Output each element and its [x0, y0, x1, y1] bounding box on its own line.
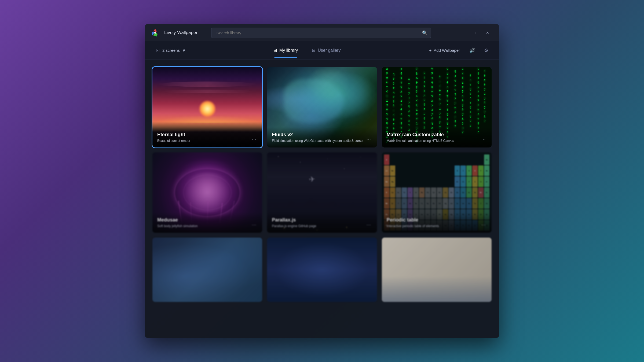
- card-desc: Fluid simulation using WebGL reacts with…: [272, 139, 372, 143]
- maximize-button[interactable]: □: [468, 28, 480, 38]
- close-button[interactable]: ✕: [481, 28, 494, 38]
- card-desc: Soft body jellyfish simulation: [157, 224, 257, 228]
- search-input[interactable]: [211, 28, 431, 38]
- wallpaper-card-parallax-js[interactable]: ✈ Parallax.js Parallax.js engine GitHub …: [267, 152, 377, 233]
- card-thumbnail: [267, 238, 377, 302]
- screens-label: 2 screens: [162, 48, 180, 53]
- card-info: Matrix rain Customizable Matrix like rai…: [382, 127, 492, 147]
- tab-bar: ⊞ My library ⊟ User gallery: [266, 45, 348, 56]
- aircraft-icon: ✈: [308, 175, 315, 184]
- tab-user-gallery[interactable]: ⊟ User gallery: [305, 45, 347, 56]
- add-wallpaper-button[interactable]: + Add Wallpaper: [425, 46, 464, 55]
- card-info: Medusae Soft body jellyfish simulation: [152, 212, 262, 233]
- gear-icon: ⚙: [484, 47, 488, 53]
- titlebar: Lively Wallpaper 🔍 ─ □ ✕: [145, 24, 499, 41]
- card-menu-button[interactable]: ···: [364, 221, 373, 228]
- card-desc: Parallax.js engine GitHub page: [272, 224, 372, 228]
- wallpaper-card-matrix-rain[interactable]: ﾊﾃｻｹﾆｲﾓｴﾔｦﾕﾗﾘｸﾜﾑｼ ｺｱﾁｾﾊﾃｻｹﾆｲﾓｴﾔｦﾕ ﾕﾗﾘｸﾜﾑ…: [382, 67, 492, 147]
- card-menu-button[interactable]: ···: [250, 221, 258, 228]
- svg-point-1: [154, 32, 156, 34]
- card-title: Fluids v2: [272, 132, 372, 138]
- wallpaper-card-bottom2[interactable]: [267, 238, 377, 302]
- card-menu-button[interactable]: ···: [250, 136, 258, 143]
- wallpaper-card-bottom1[interactable]: [152, 238, 262, 302]
- search-container: 🔍: [211, 28, 431, 38]
- card-title: Medusae: [157, 217, 257, 223]
- window-controls: ─ □ ✕: [455, 28, 494, 38]
- wallpaper-card-periodic-table[interactable]: H He: [382, 152, 492, 233]
- wallpaper-card-eternal-light[interactable]: Eternal light Beautiful sunset render ··…: [152, 67, 262, 147]
- screens-icon: ⊡: [156, 47, 160, 53]
- add-wallpaper-label: Add Wallpaper: [434, 48, 460, 53]
- gallery-icon: ⊟: [312, 48, 315, 53]
- card-thumbnail: [152, 238, 262, 302]
- screens-button[interactable]: ⊡ 2 screens ∨: [152, 45, 189, 56]
- chevron-down-icon: ∨: [182, 48, 185, 53]
- toolbar: ⊡ 2 screens ∨ ⊞ My library ⊟ User galler…: [145, 41, 499, 60]
- card-info: Periodic table Interactive periodic tabl…: [382, 212, 492, 233]
- card-menu-button[interactable]: ···: [364, 136, 373, 143]
- card-menu-button[interactable]: ···: [479, 221, 488, 228]
- wallpaper-card-bottom3[interactable]: [382, 238, 492, 302]
- wallpaper-grid: Eternal light Beautiful sunset render ··…: [145, 60, 499, 338]
- card-title: Matrix rain Customizable: [387, 132, 487, 138]
- volume-icon: 🔊: [469, 47, 475, 53]
- card-info: Parallax.js Parallax.js engine GitHub pa…: [267, 212, 377, 233]
- card-thumbnail: [382, 238, 492, 302]
- card-desc: Interactive periodic table of elements: [387, 224, 487, 228]
- wallpaper-card-fluids-v2[interactable]: Fluids v2 Fluid simulation using WebGL r…: [267, 67, 377, 147]
- card-info: Eternal light Beautiful sunset render: [152, 127, 262, 147]
- toolbar-actions: + Add Wallpaper 🔊 ⚙: [425, 45, 492, 56]
- grid-icon: ⊞: [273, 48, 277, 53]
- card-desc: Matrix like rain animation using HTML5 C…: [387, 139, 487, 143]
- card-info: Fluids v2 Fluid simulation using WebGL r…: [267, 127, 377, 147]
- card-title: Parallax.js: [272, 217, 372, 223]
- card-title: Eternal light: [157, 132, 257, 138]
- app-window: Lively Wallpaper 🔍 ─ □ ✕ ⊡ 2 screens ∨ ⊞…: [145, 24, 499, 338]
- app-logo-icon: [150, 28, 160, 38]
- volume-button[interactable]: 🔊: [467, 45, 478, 56]
- plus-icon: +: [429, 48, 431, 53]
- settings-button[interactable]: ⚙: [481, 45, 492, 56]
- card-title: Periodic table: [387, 217, 487, 223]
- card-desc: Beautiful sunset render: [157, 139, 257, 143]
- wallpaper-card-medusae[interactable]: Medusae Soft body jellyfish simulation ·…: [152, 152, 262, 233]
- tab-my-library[interactable]: ⊞ My library: [266, 45, 305, 56]
- app-title: Lively Wallpaper: [164, 30, 197, 35]
- card-menu-button[interactable]: ···: [479, 136, 488, 143]
- minimize-button[interactable]: ─: [455, 28, 467, 38]
